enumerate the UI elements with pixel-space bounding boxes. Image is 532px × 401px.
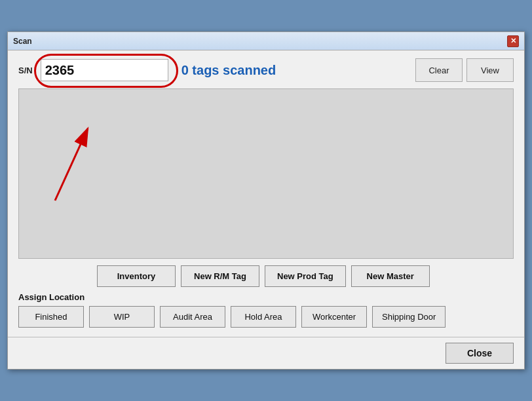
scan-window: Scan ✕ S/N 0 tags scanned Clear View [7, 31, 525, 370]
action-buttons-row: Inventory New R/M Tag New Prod Tag New M… [18, 265, 514, 287]
wip-button[interactable]: WIP [89, 306, 155, 328]
audit-area-button[interactable]: Audit Area [160, 306, 225, 328]
location-buttons-row: Finished WIP Audit Area Hold Area Workce… [18, 306, 514, 328]
sn-input[interactable] [41, 59, 168, 81]
bottom-bar: Close [8, 337, 524, 369]
sn-input-wrapper [41, 59, 168, 81]
hold-area-button[interactable]: Hold Area [231, 306, 296, 328]
window-title: Scan [13, 37, 32, 46]
new-master-button[interactable]: New Master [351, 265, 430, 287]
window-close-button[interactable]: ✕ [507, 35, 519, 47]
title-bar: Scan ✕ [8, 32, 524, 50]
assign-location-label: Assign Location [18, 292, 514, 302]
arrow-annotation [19, 89, 150, 220]
tags-scanned-text: 0 tags scanned [181, 63, 276, 78]
clear-button[interactable]: Clear [415, 58, 463, 82]
top-buttons: Clear View [415, 58, 514, 82]
assign-location-section: Assign Location Finished WIP Audit Area … [18, 292, 514, 328]
finished-button[interactable]: Finished [18, 306, 84, 328]
svg-line-1 [55, 128, 88, 200]
new-prod-tag-button[interactable]: New Prod Tag [265, 265, 346, 287]
window-body: S/N 0 tags scanned Clear View [8, 50, 524, 337]
shipping-door-button[interactable]: Shipping Door [372, 306, 446, 328]
sn-label: S/N [18, 66, 33, 75]
view-button[interactable]: View [466, 58, 514, 82]
scan-area [18, 88, 514, 259]
new-rm-tag-button[interactable]: New R/M Tag [181, 265, 259, 287]
workcenter-button[interactable]: Workcenter [301, 306, 367, 328]
top-row: S/N 0 tags scanned Clear View [18, 58, 514, 82]
close-button[interactable]: Close [446, 343, 514, 364]
inventory-button[interactable]: Inventory [97, 265, 176, 287]
